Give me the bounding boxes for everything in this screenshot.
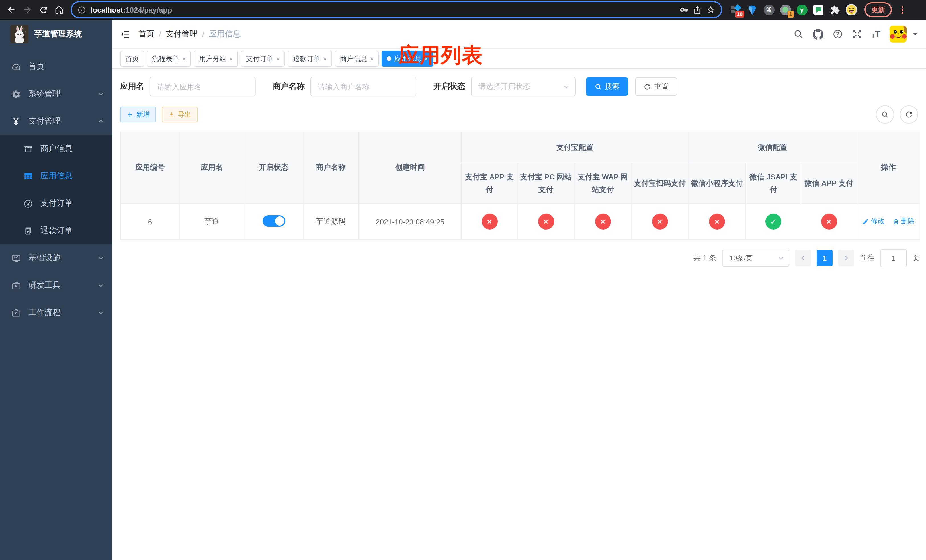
sidebar-item-dev-tools[interactable]: 研发工具 — [0, 272, 112, 299]
col-wx-app: 微信 APP 支付 — [801, 163, 857, 204]
tag-user-group[interactable]: 用户分组× — [194, 51, 238, 67]
y-glyph: y — [800, 6, 803, 13]
sidebar-item-payment[interactable]: ¥ 支付管理 — [0, 107, 112, 135]
tag-app-info[interactable]: 应用信息× — [381, 51, 433, 67]
search-button[interactable]: 搜索 — [586, 77, 628, 96]
next-page-button[interactable] — [838, 250, 854, 266]
breadcrumb-home[interactable]: 首页 — [138, 29, 154, 39]
breadcrumb-section[interactable]: 支付管理 — [166, 29, 198, 39]
wx-mini-status-icon: × — [709, 213, 725, 230]
status-toggle[interactable] — [262, 215, 285, 227]
sidebar-item-pay-orders[interactable]: 支付订单 — [0, 190, 112, 217]
delete-link[interactable]: 删除 — [893, 217, 915, 227]
goto-page-input[interactable] — [881, 249, 906, 267]
url-host: localhost — [91, 6, 123, 14]
col-wx-mini: 微信小程序支付 — [688, 163, 746, 204]
search-icon — [881, 110, 889, 118]
navbar: 首页 / 支付管理 / 应用信息 — [112, 20, 926, 49]
extension-diamond-icon[interactable]: 10 — [730, 4, 741, 15]
close-icon[interactable]: × — [424, 56, 428, 62]
sidebar-item-label: 系统管理 — [29, 89, 61, 99]
breadcrumb: 首页 / 支付管理 / 应用信息 — [138, 29, 241, 39]
share-icon[interactable] — [693, 5, 702, 14]
logo-rabbit-image — [10, 25, 29, 43]
tag-process-form[interactable]: 流程表单× — [147, 51, 191, 67]
tag-refund-orders[interactable]: 退款订单× — [288, 51, 332, 67]
reset-button[interactable]: 重置 — [635, 77, 677, 96]
address-bar[interactable]: localhost:1024/pay/app — [72, 2, 721, 17]
page-size-select[interactable]: 10条/页 — [722, 250, 789, 266]
sidebar-item-app-info[interactable]: 应用信息 — [0, 162, 112, 190]
total-count: 共 1 条 — [693, 253, 716, 263]
refund-doc-icon — [22, 226, 33, 236]
sidebar-item-workflow[interactable]: 工作流程 — [0, 299, 112, 327]
col-app-id: 应用编号 — [121, 132, 180, 204]
tag-label: 商户信息 — [340, 54, 367, 64]
github-icon[interactable] — [813, 29, 823, 39]
close-icon[interactable]: × — [370, 56, 374, 62]
back-icon[interactable] — [5, 3, 18, 17]
extension-badge: 10 — [735, 11, 744, 18]
refresh-table-button[interactable] — [900, 105, 918, 124]
close-icon[interactable]: × — [276, 56, 280, 62]
reset-button-label: 重置 — [654, 82, 669, 92]
extensions-puzzle-icon[interactable] — [829, 4, 841, 15]
help-icon[interactable] — [832, 29, 843, 39]
extension-y-icon[interactable]: y — [796, 4, 808, 15]
avatar-caret-icon[interactable] — [912, 31, 918, 37]
sidebar-item-merchant-info[interactable]: 商户信息 — [0, 135, 112, 162]
export-button[interactable]: 导出 — [162, 106, 198, 123]
sidebar-item-home[interactable]: 首页 — [0, 53, 112, 80]
sidebar-item-system[interactable]: 系统管理 — [0, 80, 112, 107]
sidebar-fold-icon[interactable] — [120, 29, 130, 39]
chevron-right-icon — [843, 255, 850, 262]
page-content: 应用名 商户名称 开启状态 请选择开启状态 — [112, 69, 926, 560]
search-icon — [595, 83, 602, 90]
fullscreen-icon[interactable] — [852, 29, 862, 39]
close-icon[interactable]: × — [229, 56, 233, 62]
toggle-search-button[interactable] — [876, 105, 894, 124]
cell-create-time: 2021-10-23 08:49:25 — [359, 204, 461, 239]
user-avatar[interactable] — [890, 26, 906, 43]
tag-merchant-info[interactable]: 商户信息× — [335, 51, 379, 67]
chrome-update-button[interactable]: 更新 — [864, 2, 892, 17]
font-size-icon[interactable]: TT — [872, 30, 881, 39]
col-alipay-app: 支付宝 APP 支付 — [461, 163, 517, 204]
tag-home[interactable]: 首页 — [120, 51, 144, 67]
breadcrumb-current: 应用信息 — [209, 29, 241, 39]
app-logo[interactable]: 芋道管理系统 — [0, 20, 112, 48]
tag-pay-orders[interactable]: 支付订单× — [241, 51, 285, 67]
alipay-wap-status-icon: × — [595, 213, 611, 230]
search-icon[interactable] — [793, 29, 803, 39]
col-group-alipay: 支付宝配置 — [461, 132, 688, 163]
forward-icon[interactable] — [21, 3, 34, 17]
col-alipay-qr: 支付宝扫码支付 — [631, 163, 688, 204]
browser-menu-icon[interactable] — [902, 6, 903, 14]
close-icon[interactable]: × — [323, 56, 327, 62]
extension-cmd-icon[interactable]: ⌘ — [763, 4, 775, 15]
download-icon — [168, 111, 175, 118]
sidebar-item-infra[interactable]: 基础设施 — [0, 244, 112, 272]
site-info-icon[interactable] — [77, 5, 86, 14]
extension-chat-icon[interactable] — [813, 4, 824, 15]
app-name-input[interactable] — [150, 77, 256, 96]
add-button[interactable]: 新增 — [120, 106, 156, 123]
password-key-icon[interactable] — [679, 5, 688, 14]
prev-page-button[interactable] — [795, 250, 811, 266]
edit-link[interactable]: 修改 — [862, 217, 884, 227]
cmd-glyph: ⌘ — [766, 6, 772, 14]
col-wx-jsapi: 微信 JSAPI 支付 — [746, 163, 801, 204]
merchant-name-input[interactable] — [310, 77, 416, 96]
status-select[interactable]: 请选择开启状态 — [471, 77, 576, 96]
home-icon[interactable] — [52, 3, 66, 17]
bookmark-star-icon[interactable] — [706, 5, 715, 14]
sidebar-item-refund-orders[interactable]: 退款订单 — [0, 217, 112, 244]
close-icon[interactable]: × — [182, 56, 186, 62]
page-number-1[interactable]: 1 — [817, 250, 832, 266]
reload-icon[interactable] — [36, 3, 50, 17]
tag-label: 退款订单 — [293, 54, 320, 64]
extension-gem-icon[interactable] — [747, 4, 758, 15]
trash-icon — [893, 218, 899, 225]
profile-emoji-avatar[interactable] — [846, 4, 857, 15]
extension-loom-icon[interactable]: 1 — [780, 4, 791, 15]
